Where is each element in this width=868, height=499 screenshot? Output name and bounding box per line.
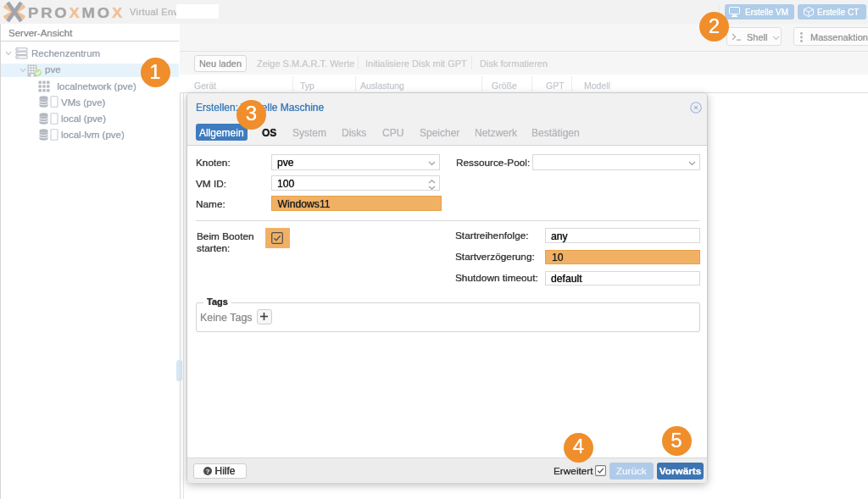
svg-text:?: ?	[205, 468, 209, 475]
